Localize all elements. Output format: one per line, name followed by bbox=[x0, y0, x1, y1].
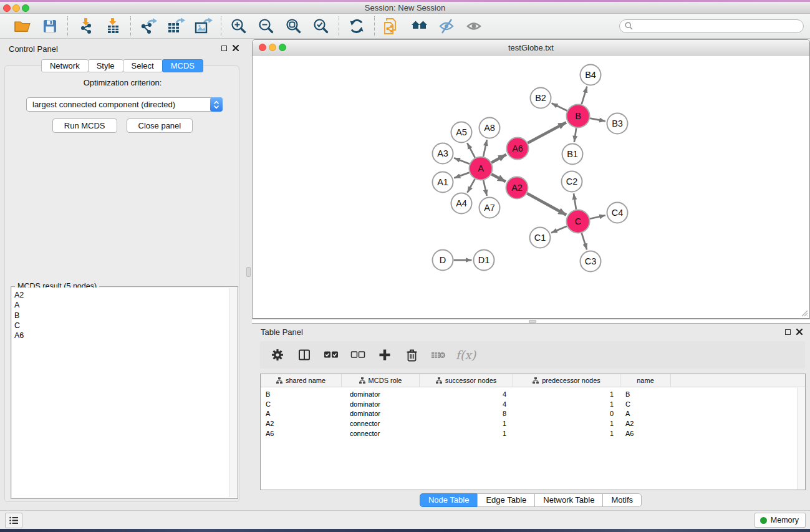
cell-MCDS-role[interactable]: dominator bbox=[342, 400, 420, 408]
graph-edge-A-A5[interactable] bbox=[467, 143, 475, 158]
resize-grip-icon[interactable] bbox=[799, 308, 808, 317]
cell-name[interactable]: B bbox=[620, 390, 671, 398]
graph-edge-B-B1[interactable] bbox=[574, 128, 576, 142]
close-network-window-button[interactable] bbox=[259, 44, 266, 51]
cell-predecessor-nodes[interactable]: 1 bbox=[513, 400, 620, 408]
minimize-window-button[interactable] bbox=[12, 4, 20, 12]
graph-node-A[interactable]: A bbox=[470, 157, 493, 180]
column-header-MCDS-role[interactable]: MCDS role bbox=[342, 374, 420, 387]
graph-edge-B-B4[interactable] bbox=[582, 87, 587, 105]
function-builder-button[interactable]: f(x) bbox=[454, 344, 476, 366]
tab-node-table[interactable]: Node Table bbox=[420, 493, 478, 507]
tab-motifs[interactable]: Motifs bbox=[602, 493, 642, 507]
graph-edge-A-A1[interactable] bbox=[454, 173, 469, 178]
cell-predecessor-nodes[interactable]: 1 bbox=[513, 390, 620, 398]
export-table-button[interactable] bbox=[165, 16, 186, 37]
panel-splitter-horizontal[interactable] bbox=[252, 319, 810, 324]
open-file-button[interactable] bbox=[12, 16, 33, 37]
graph-edge-A-A8[interactable] bbox=[483, 140, 487, 157]
table-settings-button[interactable] bbox=[266, 344, 289, 366]
network-canvas[interactable]: B4B2BB3A5A8A6A3B1AA1C2A2A4A7C4CC1C3DD1 bbox=[253, 56, 809, 318]
column-header-name[interactable]: name bbox=[620, 374, 671, 387]
graph-node-B[interactable]: B bbox=[567, 105, 590, 128]
run-mcds-button[interactable]: Run MCDS bbox=[52, 118, 117, 133]
zoom-network-window-button[interactable] bbox=[279, 44, 286, 51]
graph-node-A1[interactable]: A1 bbox=[433, 172, 453, 193]
close-panel-button[interactable]: Close panel bbox=[127, 118, 193, 133]
import-table-button[interactable] bbox=[102, 16, 123, 37]
graph-node-B4[interactable]: B4 bbox=[581, 65, 601, 85]
graph-node-A4[interactable]: A4 bbox=[451, 193, 472, 214]
table-row[interactable]: Cdominator41C bbox=[261, 399, 805, 409]
zoom-fit-button[interactable] bbox=[283, 16, 304, 37]
hide-selected-button[interactable] bbox=[436, 16, 458, 37]
network-from-document-button[interactable] bbox=[382, 16, 403, 37]
graph-node-C4[interactable]: C4 bbox=[607, 203, 628, 223]
close-window-button[interactable] bbox=[3, 4, 11, 12]
graph-node-C2[interactable]: C2 bbox=[562, 172, 582, 192]
graph-edge-A6-B[interactable] bbox=[528, 122, 566, 143]
cell-MCDS-role[interactable]: dominator bbox=[342, 410, 420, 417]
cell-name[interactable]: A2 bbox=[620, 420, 671, 427]
graph-node-C1[interactable]: C1 bbox=[530, 228, 551, 248]
graph-edge-A-A2[interactable] bbox=[491, 174, 506, 181]
graph-edge-C-C4[interactable] bbox=[590, 215, 605, 219]
optimization-criterion-select[interactable]: largest connected component (directed) bbox=[26, 97, 223, 112]
graph-node-D1[interactable]: D1 bbox=[474, 250, 494, 271]
mcds-result-item[interactable]: A bbox=[14, 300, 227, 310]
float-panel-icon[interactable] bbox=[785, 329, 791, 335]
graph-node-B3[interactable]: B3 bbox=[607, 114, 628, 134]
cell-shared-name[interactable]: B bbox=[261, 390, 342, 398]
cell-successor-nodes[interactable]: 1 bbox=[420, 420, 513, 427]
export-network-button[interactable] bbox=[138, 16, 159, 37]
column-header-predecessor-nodes[interactable]: predecessor nodes bbox=[513, 374, 620, 387]
table-row[interactable]: A2connector11A2 bbox=[261, 418, 805, 428]
cell-shared-name[interactable]: A6 bbox=[261, 430, 342, 437]
zoom-selected-button[interactable] bbox=[311, 16, 332, 37]
delete-column-button[interactable] bbox=[400, 344, 423, 366]
zoom-window-button[interactable] bbox=[22, 4, 29, 12]
column-header-shared-name[interactable]: shared name bbox=[261, 374, 342, 387]
cell-MCDS-role[interactable]: dominator bbox=[342, 390, 420, 398]
float-panel-icon[interactable] bbox=[221, 46, 227, 51]
cell-successor-nodes[interactable]: 4 bbox=[420, 400, 513, 408]
show-all-button[interactable] bbox=[464, 16, 485, 37]
cell-predecessor-nodes[interactable]: 0 bbox=[513, 410, 620, 417]
overview-houses-button[interactable] bbox=[409, 16, 430, 37]
graph-edge-A-A3[interactable] bbox=[454, 158, 470, 164]
close-panel-icon[interactable] bbox=[796, 329, 803, 335]
cell-shared-name[interactable]: A bbox=[261, 410, 342, 417]
cell-successor-nodes[interactable]: 4 bbox=[420, 390, 513, 398]
graph-edge-C-C1[interactable] bbox=[551, 226, 567, 233]
import-network-button[interactable] bbox=[75, 16, 96, 37]
delete-table-button[interactable] bbox=[427, 344, 450, 366]
cell-predecessor-nodes[interactable]: 1 bbox=[513, 430, 620, 437]
cell-MCDS-role[interactable]: connector bbox=[342, 430, 420, 437]
tab-select[interactable]: Select bbox=[123, 59, 163, 72]
cell-MCDS-role[interactable]: connector bbox=[342, 420, 420, 427]
zoom-out-button[interactable] bbox=[256, 16, 277, 37]
zoom-in-button[interactable] bbox=[228, 16, 249, 37]
tab-style[interactable]: Style bbox=[88, 59, 123, 72]
graph-node-B2[interactable]: B2 bbox=[531, 88, 551, 109]
graph-edge-A-A6[interactable] bbox=[491, 155, 506, 163]
cell-name[interactable]: A bbox=[620, 410, 671, 417]
table-scrollbar[interactable] bbox=[797, 388, 805, 490]
tab-edge-table[interactable]: Edge Table bbox=[477, 493, 535, 507]
graph-edge-C-C2[interactable] bbox=[574, 193, 576, 209]
mcds-result-item[interactable]: A2 bbox=[14, 290, 227, 300]
minimize-network-window-button[interactable] bbox=[269, 44, 276, 51]
graph-node-A5[interactable]: A5 bbox=[451, 122, 472, 143]
graph-edge-A2-C[interactable] bbox=[527, 193, 566, 215]
graph-edge-B-B2[interactable] bbox=[552, 103, 567, 110]
graph-node-A7[interactable]: A7 bbox=[480, 198, 500, 218]
cell-name[interactable]: C bbox=[620, 400, 671, 408]
graph-node-A2[interactable]: A2 bbox=[506, 177, 528, 199]
cell-successor-nodes[interactable]: 8 bbox=[420, 410, 513, 417]
panel-splitter-vertical[interactable] bbox=[245, 39, 252, 510]
tab-mcds[interactable]: MCDS bbox=[162, 59, 203, 72]
table-row[interactable]: Adominator80A bbox=[261, 409, 805, 419]
split-panel-button[interactable] bbox=[293, 344, 316, 366]
save-session-button[interactable] bbox=[39, 16, 60, 37]
graph-node-B1[interactable]: B1 bbox=[562, 144, 583, 165]
